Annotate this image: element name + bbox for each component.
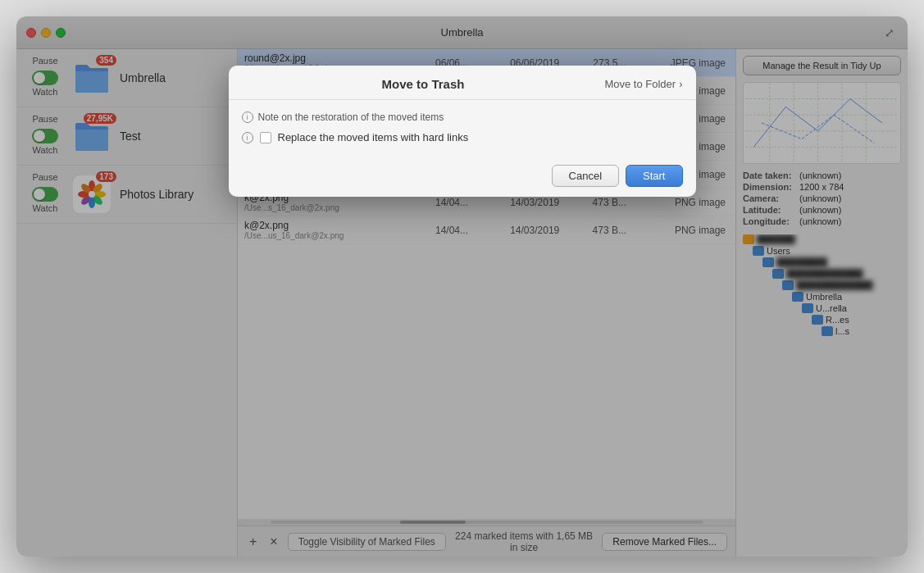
modal-overlay: Move to Trash Move to Folder › i Note on… (16, 16, 908, 557)
chevron-right-icon: › (679, 78, 682, 90)
modal-body: i Note on the restoration of the moved i… (229, 100, 696, 155)
info-icon-2: i (242, 132, 253, 143)
modal-footer: Cancel Start (229, 155, 696, 197)
app-window: Umbrella ⤢ Pause Watch (16, 16, 908, 557)
modal-dialog: Move to Trash Move to Folder › i Note on… (229, 66, 696, 197)
modal-note: i Note on the restoration of the moved i… (242, 111, 683, 123)
modal-note-text: Note on the restoration of the moved ite… (258, 111, 444, 123)
start-button[interactable]: Start (626, 165, 682, 187)
modal-checkbox[interactable] (260, 132, 271, 143)
modal-checkbox-label: Replace the moved items with hard links (278, 131, 469, 143)
move-to-folder-label: Move to Folder (604, 78, 676, 90)
modal-checkbox-row[interactable]: i Replace the moved items with hard link… (242, 131, 683, 143)
modal-header: Move to Trash Move to Folder › (229, 66, 696, 100)
modal-nav-right[interactable]: Move to Folder › (604, 78, 682, 90)
modal-title: Move to Trash (242, 77, 605, 91)
cancel-button[interactable]: Cancel (552, 165, 619, 187)
info-icon: i (242, 111, 253, 123)
